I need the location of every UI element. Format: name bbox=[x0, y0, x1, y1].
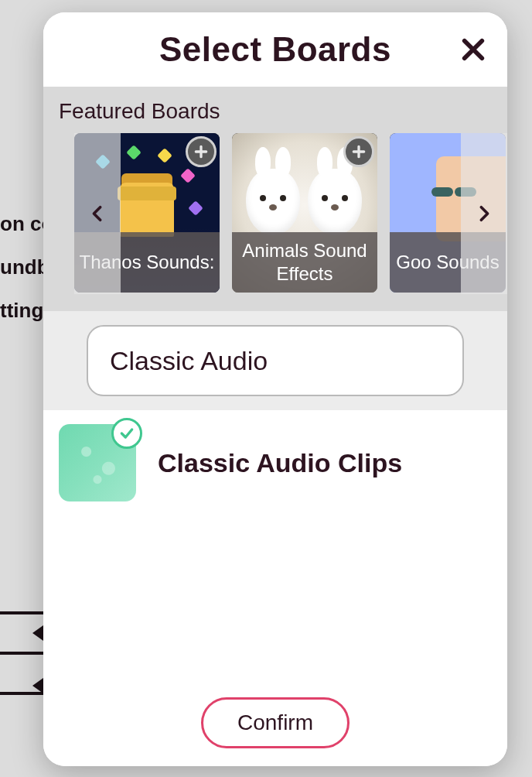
carousel-prev-button[interactable] bbox=[74, 133, 121, 294]
check-icon bbox=[119, 426, 135, 441]
board-label: Animals Sound Effects bbox=[232, 232, 377, 293]
modal-header: Select Boards bbox=[43, 12, 507, 87]
search-section bbox=[43, 311, 507, 410]
result-item[interactable]: Classic Audio Clips bbox=[59, 424, 492, 501]
carousel-next-button[interactable] bbox=[461, 133, 507, 294]
modal-title: Select Boards bbox=[159, 30, 391, 69]
featured-carousel: Thanos Sounds: Animals Sound Effects Goo… bbox=[43, 133, 507, 294]
close-button[interactable] bbox=[456, 33, 490, 67]
chevron-right-icon bbox=[476, 202, 493, 225]
chevron-left-icon bbox=[89, 202, 106, 225]
modal-footer: Confirm bbox=[43, 679, 507, 766]
select-boards-modal: Select Boards Featured Boards Thanos Sou… bbox=[43, 12, 507, 766]
featured-board-card[interactable]: Animals Sound Effects bbox=[232, 133, 377, 293]
results-list: Classic Audio Clips bbox=[43, 410, 507, 679]
background-decoration bbox=[0, 611, 46, 695]
confirm-button[interactable]: Confirm bbox=[201, 697, 350, 748]
add-board-button[interactable] bbox=[186, 136, 217, 167]
plus-icon bbox=[351, 144, 367, 159]
result-thumbnail bbox=[59, 424, 136, 501]
plus-icon bbox=[193, 144, 209, 159]
close-icon bbox=[460, 36, 486, 63]
selected-badge bbox=[111, 418, 142, 449]
result-label: Classic Audio Clips bbox=[158, 448, 402, 478]
featured-heading: Featured Boards bbox=[43, 99, 507, 133]
search-input[interactable] bbox=[87, 325, 464, 396]
featured-section: Featured Boards Thanos Sounds: bbox=[43, 87, 507, 311]
add-board-button[interactable] bbox=[343, 136, 374, 167]
